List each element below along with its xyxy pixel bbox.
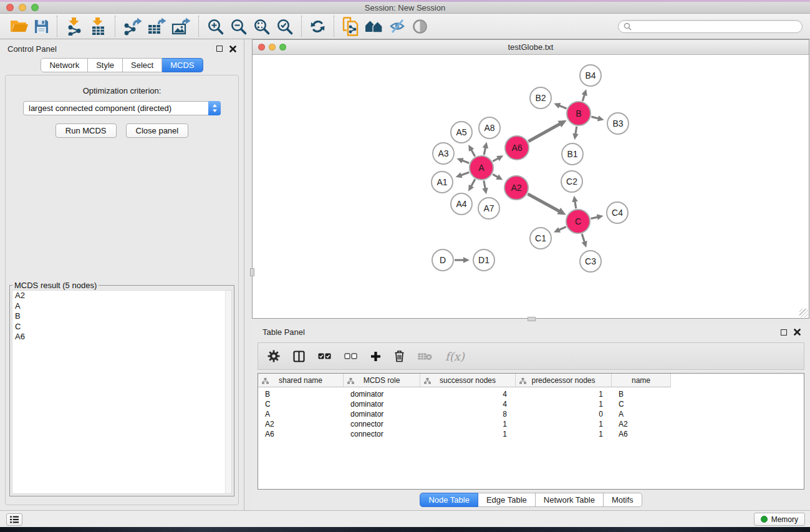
show-all-networks-button[interactable] — [365, 16, 383, 37]
run-mcds-button[interactable]: Run MCDS — [55, 123, 117, 138]
edge-C-C3[interactable] — [582, 234, 584, 243]
tab-style[interactable]: Style — [88, 58, 123, 72]
column-label: predecessor nodes — [531, 376, 595, 385]
column-header-successor-nodes[interactable]: successor nodes — [420, 374, 516, 387]
result-item-a6[interactable]: A6 — [12, 332, 231, 342]
network-window-title: testGlobe.txt — [253, 42, 809, 52]
table-settings-button[interactable] — [268, 350, 280, 362]
split-columns-button[interactable] — [293, 351, 305, 362]
control-panel: Control Panel NetworkStyleSelectMCDS Opt… — [0, 39, 244, 510]
mcds-result-list[interactable]: A2ABCA6 — [12, 290, 232, 494]
edge-C-C4[interactable] — [591, 217, 598, 219]
table-row-b[interactable]: Bdominator41B — [258, 389, 804, 399]
table-row-a[interactable]: Adominator80A — [258, 409, 804, 419]
hide-graphics-details-button[interactable] — [388, 16, 407, 37]
zoom-out-button[interactable] — [229, 16, 248, 37]
tab-mcds[interactable]: MCDS — [162, 58, 203, 72]
tab-node-table[interactable]: Node Table — [420, 493, 478, 507]
edge-A-A7[interactable] — [484, 181, 485, 189]
search-field[interactable] — [618, 20, 803, 33]
tab-network[interactable]: Network — [41, 58, 88, 72]
network-close-button[interactable] — [258, 44, 265, 51]
export-network-button[interactable] — [123, 16, 142, 37]
edge-B-B1[interactable] — [576, 127, 577, 135]
edge-A-A1[interactable] — [461, 172, 470, 175]
deselect-all-columns-button[interactable] — [344, 353, 357, 359]
zoom-selected-button[interactable] — [276, 16, 294, 37]
node-label-B: B — [576, 109, 581, 118]
new-network-button[interactable] — [342, 16, 360, 37]
window-titlebar[interactable]: Session: New Session — [0, 2, 810, 14]
edge-A2-C[interactable] — [528, 194, 559, 211]
float-panel-icon[interactable] — [216, 46, 223, 52]
edge-A-A6[interactable] — [493, 158, 498, 161]
maximize-window-button[interactable] — [31, 4, 39, 11]
node-table: shared nameMCDS rolesuccessor nodesprede… — [258, 373, 804, 490]
result-scrollbar[interactable] — [225, 291, 231, 493]
column-header-shared-name[interactable]: shared name — [258, 374, 344, 387]
zoom-in-button[interactable] — [206, 16, 224, 37]
open-file-button[interactable] — [10, 16, 29, 37]
export-table-icon — [147, 17, 166, 36]
edge-A6-B[interactable] — [528, 123, 560, 142]
export-image-button[interactable] — [171, 16, 191, 37]
result-item-c[interactable]: C — [12, 322, 231, 332]
export-table-button[interactable] — [147, 16, 166, 37]
table-row-c[interactable]: Cdominator41C — [258, 399, 804, 409]
add-column-button[interactable] — [370, 351, 381, 362]
show-graphics-details-button[interactable] — [412, 16, 428, 37]
refresh-button[interactable] — [309, 16, 326, 37]
edge-B-B2[interactable] — [559, 105, 566, 109]
edge-A-A8[interactable] — [484, 147, 486, 155]
select-all-columns-button[interactable] — [318, 353, 331, 359]
optimization-criterion-select[interactable]: largest connected component (directed) — [23, 101, 221, 115]
function-builder-button[interactable]: f(x) — [445, 350, 465, 363]
delete-columns-button[interactable] — [394, 350, 405, 362]
result-item-a[interactable]: A — [12, 301, 231, 312]
tab-edge-table[interactable]: Edge Table — [478, 493, 536, 507]
delete-table-button[interactable] — [418, 352, 432, 360]
vertical-divider-grip[interactable] — [250, 268, 254, 276]
memory-button[interactable]: Memory — [754, 513, 805, 526]
edge-C-C2[interactable] — [575, 201, 576, 208]
close-panel-button[interactable]: Close panel — [126, 123, 189, 138]
network-view-window: testGlobe.txt B4B2BB3B1A5A8A6A3AA1A2C2A4… — [252, 39, 809, 319]
edge-arrowhead-C-C4 — [597, 215, 604, 220]
result-item-b[interactable]: B — [12, 311, 231, 322]
network-canvas[interactable]: B4B2BB3B1A5A8A6A3AA1A2C2A4A7CC4C1C3DD1 — [253, 55, 809, 318]
close-panel-icon[interactable] — [229, 46, 236, 52]
edge-B-B3[interactable] — [591, 117, 599, 118]
float-table-panel-icon[interactable] — [781, 329, 787, 336]
edge-A-A5[interactable] — [471, 149, 475, 156]
horizontal-divider-grip[interactable] — [528, 317, 536, 321]
network-maximize-button[interactable] — [279, 44, 286, 51]
column-header-mcds-role[interactable]: MCDS role — [344, 374, 420, 387]
close-window-button[interactable] — [6, 4, 14, 11]
edge-A-A3[interactable] — [461, 160, 469, 163]
edge-B-B4[interactable] — [582, 94, 584, 101]
search-input[interactable] — [635, 22, 797, 31]
save-session-button[interactable] — [34, 16, 49, 37]
network-window-titlebar[interactable]: testGlobe.txt — [253, 40, 809, 55]
close-table-panel-icon[interactable] — [794, 329, 801, 336]
zoom-fit-icon — [253, 17, 271, 36]
zoom-fit-button[interactable] — [253, 16, 271, 37]
table-row-a2[interactable]: A2connector11A2 — [258, 419, 804, 429]
tab-motifs[interactable]: Motifs — [604, 493, 642, 507]
minimize-window-button[interactable] — [19, 4, 26, 11]
select-stepper-icon[interactable] — [208, 101, 221, 115]
edge-A-A4[interactable] — [471, 179, 475, 186]
show-panels-button[interactable] — [6, 513, 22, 526]
network-minimize-button[interactable] — [269, 44, 276, 51]
column-header-predecessor-nodes[interactable]: predecessor nodes — [516, 374, 612, 387]
table-row-a6[interactable]: A6connector11A6 — [258, 429, 804, 439]
result-item-a2[interactable]: A2 — [12, 291, 231, 301]
import-table-button[interactable] — [89, 16, 107, 37]
import-network-button[interactable] — [65, 16, 84, 37]
edge-C-C1[interactable] — [559, 227, 566, 230]
cell-predecessor-nodes: 1 — [516, 420, 612, 428]
tab-network-table[interactable]: Network Table — [536, 493, 604, 507]
column-header-name[interactable]: name — [612, 374, 671, 387]
tab-select[interactable]: Select — [123, 58, 162, 72]
window-resize-grip[interactable] — [799, 309, 808, 317]
